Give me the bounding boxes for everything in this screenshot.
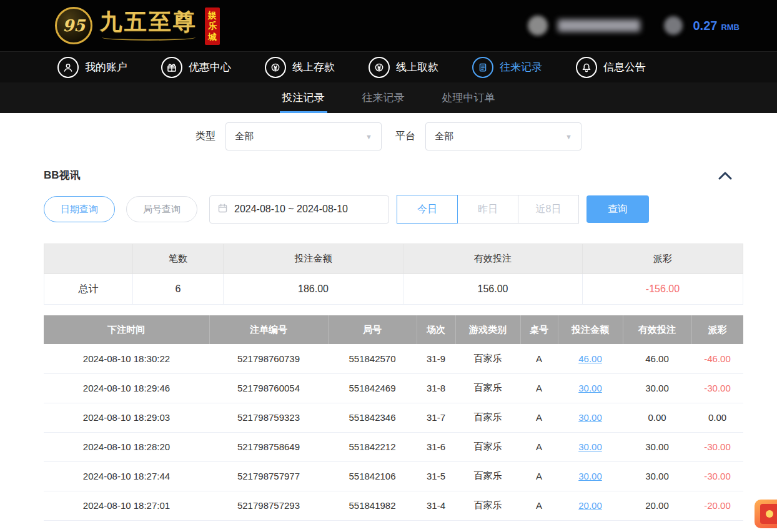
- summary-header-count: 笔数: [133, 244, 224, 274]
- col-table-no: 桌号: [520, 315, 558, 344]
- table-no: A: [520, 373, 558, 403]
- payout-cell: -30.00: [691, 373, 743, 403]
- site-logo[interactable]: 95 九五至尊 娱乐城: [55, 6, 220, 46]
- summary-header-bet: 投注金额: [224, 244, 403, 274]
- table-row: 2024-08-10 18:29:03 521798759323 5518423…: [44, 403, 743, 432]
- game-type: 百家乐: [455, 432, 520, 461]
- date-range-input[interactable]: 2024-08-10 ~ 2024-08-10: [209, 195, 389, 224]
- search-button[interactable]: 查询: [586, 195, 649, 223]
- nav-item-deposit[interactable]: 线上存款: [265, 57, 335, 78]
- valid-bet: 20.00: [623, 491, 691, 520]
- bet-id: 521798757293: [209, 491, 328, 520]
- nav-item-promotions[interactable]: 优惠中心: [161, 57, 231, 78]
- brand-name: 九五至尊: [100, 11, 197, 33]
- bet-time: 2024-08-10 18:28:20: [44, 432, 209, 461]
- table-row: 2024-08-10 18:27:44 521798757977 5518421…: [44, 461, 743, 491]
- valid-bet: 30.00: [623, 373, 691, 403]
- chevron-down-icon: ▼: [565, 133, 572, 140]
- type-select[interactable]: 全部 ▼: [225, 122, 382, 150]
- table-no: A: [520, 491, 558, 520]
- summary-header-payout: 派彩: [583, 244, 743, 274]
- nav-item-announcements[interactable]: 信息公告: [576, 57, 646, 78]
- calendar-icon: [217, 203, 228, 216]
- summary-payout: -156.00: [583, 274, 743, 305]
- main-nav: 我的账户 优惠中心 线上存款 线上取款 往来记录 信息公告: [0, 51, 777, 82]
- summary-total-row: 总计 6 186.00 156.00 -156.00: [44, 274, 743, 305]
- bet-amount-link[interactable]: 30.00: [578, 441, 602, 452]
- tab-transaction-records[interactable]: 往来记录: [344, 82, 423, 113]
- round-query-button[interactable]: 局号查询: [126, 196, 197, 222]
- game-type: 百家乐: [455, 373, 520, 403]
- today-button[interactable]: 今日: [397, 195, 458, 224]
- red-packet-float-button[interactable]: [755, 500, 777, 528]
- platform-select[interactable]: 全部 ▼: [425, 122, 582, 150]
- summary-header-row: 笔数 投注金额 有效投注 派彩: [44, 244, 743, 274]
- platform-filter-group: 平台 全部 ▼: [395, 122, 582, 150]
- bet-amount-link[interactable]: 30.00: [578, 471, 602, 481]
- bet-time: 2024-08-10 18:30:22: [44, 344, 209, 373]
- quick-date-button-group: 今日 昨日 近8日: [397, 195, 579, 224]
- payout-cell: -46.00: [691, 344, 743, 373]
- balance-amount: 0.27: [693, 19, 717, 33]
- bet-amount-link[interactable]: 20.00: [578, 500, 602, 511]
- balance-display[interactable]: 0.27 RMB: [693, 19, 740, 33]
- nav-item-withdraw[interactable]: 线上取款: [369, 57, 438, 78]
- session: 31-9: [417, 344, 455, 373]
- round-no: 551841982: [328, 491, 417, 520]
- bet-id: 521798759323: [209, 403, 328, 432]
- col-session: 场次: [417, 315, 455, 344]
- bet-amount-link[interactable]: 46.00: [578, 353, 602, 364]
- type-select-value: 全部: [235, 131, 254, 142]
- round-no: 551842106: [328, 461, 417, 491]
- avatar[interactable]: [528, 16, 548, 36]
- bet-records-table: 下注时间 注单编号 局号 场次 游戏类别 桌号 投注金额 有效投注 派彩 202…: [44, 315, 743, 521]
- summary-header-blank: [44, 244, 133, 274]
- top-header: 95 九五至尊 娱乐城 0.27 RMB: [0, 0, 777, 51]
- table-row: 2024-08-10 18:30:22 521798760739 5518425…: [44, 344, 743, 373]
- nav-label: 信息公告: [603, 60, 646, 74]
- logo-emblem-icon: 95: [55, 7, 92, 44]
- col-game-type: 游戏类别: [455, 315, 520, 344]
- valid-bet: 46.00: [623, 344, 691, 373]
- valid-bet: 0.00: [623, 403, 691, 432]
- session: 31-4: [417, 491, 455, 520]
- username-redacted: [558, 19, 640, 32]
- balance-currency: RMB: [721, 22, 740, 32]
- logo-flourish: [102, 34, 195, 41]
- bet-amount-link[interactable]: 30.00: [578, 412, 602, 423]
- date-query-button[interactable]: 日期查询: [44, 196, 115, 222]
- platform-filter-label: 平台: [395, 130, 415, 143]
- last-8-days-button[interactable]: 近8日: [518, 195, 579, 224]
- deposit-coin-icon: [265, 57, 286, 78]
- bell-icon: [576, 57, 597, 78]
- summary-valid: 156.00: [403, 274, 583, 305]
- round-no: 551842212: [328, 432, 417, 461]
- nav-label: 线上取款: [396, 60, 438, 74]
- bet-amount-link[interactable]: 30.00: [578, 383, 602, 393]
- session: 31-5: [417, 461, 455, 491]
- tab-processing-orders[interactable]: 处理中订单: [423, 82, 514, 113]
- nav-item-my-account[interactable]: 我的账户: [57, 57, 127, 78]
- col-valid-bet: 有效投注: [623, 315, 691, 344]
- session: 31-6: [417, 432, 455, 461]
- bet-time: 2024-08-10 18:27:44: [44, 461, 209, 491]
- section-head: BB视讯: [0, 160, 777, 189]
- game-type: 百家乐: [455, 403, 520, 432]
- yesterday-button[interactable]: 昨日: [457, 195, 518, 224]
- user-icon: [57, 57, 79, 78]
- game-type: 百家乐: [455, 461, 520, 491]
- bet-id: 521798757977: [209, 461, 328, 491]
- nav-item-transaction-records[interactable]: 往来记录: [472, 57, 542, 78]
- round-no: 551842570: [328, 344, 417, 373]
- round-no: 551842469: [328, 373, 417, 403]
- summary-count: 6: [133, 274, 224, 305]
- table-no: A: [520, 344, 558, 373]
- collapse-chevron-up-icon[interactable]: [718, 171, 732, 180]
- type-filter-label: 类型: [195, 130, 215, 143]
- nav-label: 线上存款: [292, 60, 335, 74]
- round-no: 551842346: [328, 403, 417, 432]
- record-tabs: 投注记录 往来记录 处理中订单: [0, 82, 777, 113]
- chevron-down-icon: ▼: [365, 133, 372, 140]
- tab-betting-records[interactable]: 投注记录: [264, 82, 344, 113]
- payout-cell: 0.00: [691, 403, 743, 432]
